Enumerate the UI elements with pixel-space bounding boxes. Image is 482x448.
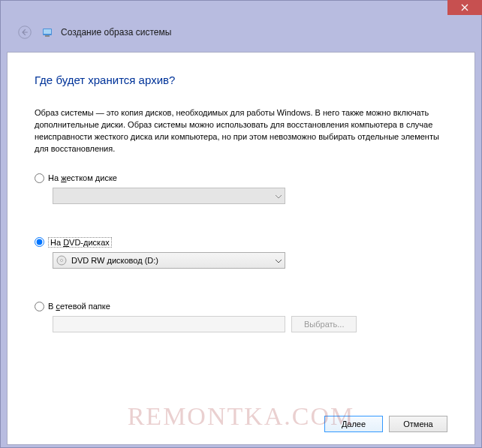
window-title: Создание образа системы — [61, 27, 171, 38]
next-button[interactable]: Далее — [324, 416, 383, 432]
option-network: В сетевой папке Выбрать... — [35, 302, 447, 332]
network-row: Выбрать... — [53, 316, 447, 332]
radio-hdd[interactable] — [35, 173, 44, 183]
close-button[interactable] — [447, 0, 482, 15]
disc-icon — [56, 256, 68, 265]
svg-point-7 — [61, 259, 63, 261]
hdd-dropdown — [53, 188, 285, 204]
svg-rect-5 — [45, 35, 50, 37]
app-icon — [41, 26, 53, 38]
dvd-dropdown[interactable]: DVD RW дисковод (D:) — [53, 252, 285, 269]
wizard-window: Создание образа системы Где будет хранит… — [0, 0, 482, 448]
option-hdd-row[interactable]: На жестком диске — [35, 173, 447, 183]
cancel-button[interactable]: Отмена — [389, 416, 447, 432]
page-description: Образ системы — это копия дисков, необхо… — [35, 107, 447, 155]
network-path-input — [53, 316, 285, 332]
browse-button: Выбрать... — [291, 316, 357, 332]
option-dvd: На DVD-дисках DVD RW дисковод (D:) — [35, 237, 447, 269]
dvd-dropdown-value: DVD RW дисковод (D:) — [71, 256, 158, 265]
chevron-down-icon — [276, 191, 282, 200]
close-icon — [461, 4, 468, 11]
content-area: Где будет хранится архив? Образ системы … — [7, 52, 475, 445]
footer: Далее Отмена — [35, 407, 447, 432]
header: Создание образа системы — [1, 19, 481, 52]
option-dvd-row[interactable]: На DVD-дисках — [35, 237, 447, 248]
back-button — [16, 23, 34, 41]
svg-rect-4 — [44, 29, 51, 34]
titlebar — [1, 1, 481, 19]
chevron-down-icon — [276, 256, 282, 265]
option-network-label: В сетевой папке — [48, 302, 110, 311]
radio-dvd[interactable] — [35, 237, 44, 247]
back-arrow-icon — [18, 26, 32, 39]
radio-network[interactable] — [35, 302, 44, 311]
option-dvd-label: На DVD-дисках — [48, 237, 112, 248]
option-network-row[interactable]: В сетевой папке — [35, 302, 447, 311]
option-hdd-label: На жестком диске — [48, 173, 117, 182]
page-heading: Где будет хранится архив? — [35, 74, 447, 86]
option-hdd: На жестком диске — [35, 173, 447, 204]
